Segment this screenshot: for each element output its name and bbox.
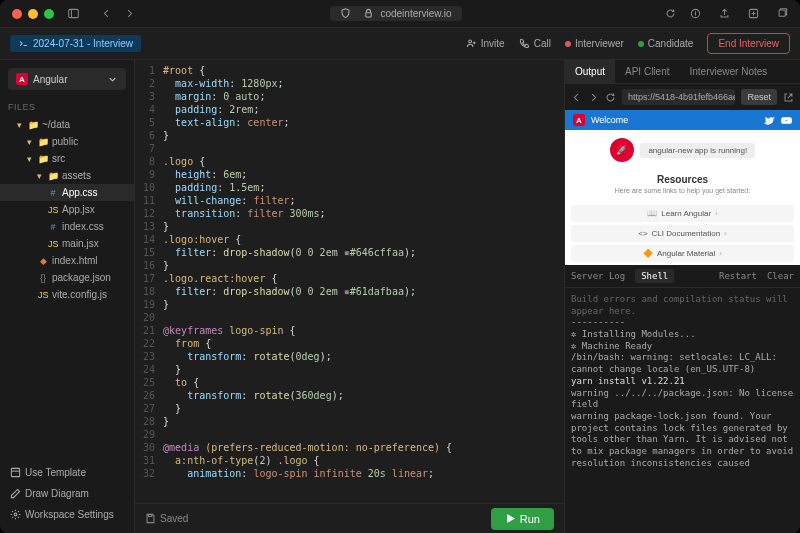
files-section-label: FILES xyxy=(0,98,134,116)
svg-marker-17 xyxy=(508,515,514,522)
new-tab-icon[interactable] xyxy=(748,8,759,19)
welcome-text: Welcome xyxy=(591,115,628,125)
console-panel: Server Log Shell Restart Clear Build err… xyxy=(565,265,800,533)
back-icon[interactable] xyxy=(571,92,582,103)
phone-icon xyxy=(519,38,530,49)
candidate-status: Candidate xyxy=(638,38,694,49)
svg-rect-0 xyxy=(69,9,79,17)
download-icon[interactable] xyxy=(690,8,701,19)
back-icon[interactable] xyxy=(101,8,112,19)
browser-titlebar: codeinterview.io xyxy=(0,0,800,28)
file-index-html[interactable]: ◆index.html xyxy=(0,252,134,269)
twitter-icon[interactable] xyxy=(764,115,775,126)
play-icon xyxy=(505,513,516,524)
output-tab-api-client[interactable]: API Client xyxy=(615,60,679,83)
reset-button[interactable]: Reset xyxy=(741,89,777,105)
external-icon[interactable] xyxy=(783,92,794,103)
file-App-jsx[interactable]: JSApp.jsx xyxy=(0,201,134,218)
pencil-icon xyxy=(10,488,21,499)
svg-point-15 xyxy=(14,513,17,516)
chevron-down-icon xyxy=(107,74,118,85)
clear-button[interactable]: Clear xyxy=(767,271,794,281)
terminal-icon xyxy=(18,38,29,49)
invite-button[interactable]: Invite xyxy=(466,38,505,49)
save-status: Saved xyxy=(145,513,188,524)
reload-icon[interactable] xyxy=(665,8,676,19)
svg-rect-8 xyxy=(779,10,785,16)
framework-dropdown[interactable]: A Angular xyxy=(8,68,126,90)
svg-rect-2 xyxy=(366,13,372,17)
app-preview[interactable]: A Welcome 🚀 angular-new app is running! … xyxy=(565,110,800,265)
output-tab-interviewer-notes[interactable]: Interviewer Notes xyxy=(680,60,778,83)
end-interview-button[interactable]: End Interview xyxy=(707,33,790,54)
file-vite-config-js[interactable]: JSvite.config.js xyxy=(0,286,134,303)
resources-subtitle: Here are some links to help you get star… xyxy=(569,187,796,194)
code-editor[interactable]: 1234567891011121314151617181920212223242… xyxy=(135,60,564,533)
hero-text: angular-new app is running! xyxy=(640,143,755,158)
window-controls[interactable] xyxy=(12,9,54,19)
svg-rect-13 xyxy=(11,468,19,476)
output-tab-output[interactable]: Output xyxy=(565,60,615,83)
rocket-icon: 🚀 xyxy=(610,138,634,162)
forward-icon[interactable] xyxy=(124,8,135,19)
file---data[interactable]: ▾📁~/data xyxy=(0,116,134,133)
url-text: codeinterview.io xyxy=(380,8,451,19)
angular-icon: A xyxy=(16,73,28,85)
console-tab-serverlog[interactable]: Server Log xyxy=(571,271,625,281)
resource-link[interactable]: <> CLI Documentation › xyxy=(571,225,794,242)
file-assets[interactable]: ▾📁assets xyxy=(0,167,134,184)
tabs-icon[interactable] xyxy=(777,8,788,19)
file-index-css[interactable]: #index.css xyxy=(0,218,134,235)
saved-icon xyxy=(145,513,156,524)
reload-icon[interactable] xyxy=(605,92,616,103)
svg-rect-16 xyxy=(148,514,151,516)
workspace-settings-button[interactable]: Workspace Settings xyxy=(0,504,134,525)
browser-url[interactable]: codeinterview.io xyxy=(330,6,461,21)
run-button[interactable]: Run xyxy=(491,508,554,530)
angular-logo-icon: A xyxy=(573,114,585,126)
restart-button[interactable]: Restart xyxy=(719,271,757,281)
sidebar-toggle-icon[interactable] xyxy=(68,8,79,19)
use-template-button[interactable]: Use Template xyxy=(0,462,134,483)
share-icon[interactable] xyxy=(719,8,730,19)
tab-label: 2024-07-31 - Interview xyxy=(33,38,133,49)
gear-icon xyxy=(10,509,21,520)
console-tab-shell[interactable]: Shell xyxy=(635,269,674,283)
template-icon xyxy=(10,467,21,478)
app-topbar: 2024-07-31 - Interview Invite Call Inter… xyxy=(0,28,800,60)
resource-link[interactable]: 📖 Learn Angular › xyxy=(571,205,794,222)
invite-icon xyxy=(466,38,477,49)
right-panel: OutputAPI ClientInterviewer Notes https:… xyxy=(564,60,800,533)
output-tabs: OutputAPI ClientInterviewer Notes xyxy=(565,60,800,84)
draw-diagram-button[interactable]: Draw Diagram xyxy=(0,483,134,504)
call-button[interactable]: Call xyxy=(519,38,551,49)
file-package-json[interactable]: {}package.json xyxy=(0,269,134,286)
lock-icon xyxy=(363,8,374,19)
file-public[interactable]: ▾📁public xyxy=(0,133,134,150)
interview-tab[interactable]: 2024-07-31 - Interview xyxy=(10,35,141,52)
line-gutter: 1234567891011121314151617181920212223242… xyxy=(135,64,163,503)
resources-title: Resources xyxy=(569,174,796,185)
preview-url-input[interactable]: https://5418-4b91fefb466ae... xyxy=(622,89,735,105)
interviewer-status: Interviewer xyxy=(565,38,624,49)
youtube-icon[interactable] xyxy=(781,115,792,126)
sidebar: A Angular FILES ▾📁~/data▾📁public▾📁src▾📁a… xyxy=(0,60,135,533)
svg-point-10 xyxy=(469,40,472,43)
forward-icon[interactable] xyxy=(588,92,599,103)
shield-icon xyxy=(340,8,351,19)
resource-link[interactable]: 🔶 Angular Material › xyxy=(571,245,794,262)
file-main-jsx[interactable]: JSmain.jsx xyxy=(0,235,134,252)
file-App-css[interactable]: #App.css xyxy=(0,184,134,201)
console-output[interactable]: Build errors and compilation status will… xyxy=(565,288,800,533)
code-body[interactable]: #root { max-width: 1280px; margin: 0 aut… xyxy=(163,64,564,503)
file-src[interactable]: ▾📁src xyxy=(0,150,134,167)
